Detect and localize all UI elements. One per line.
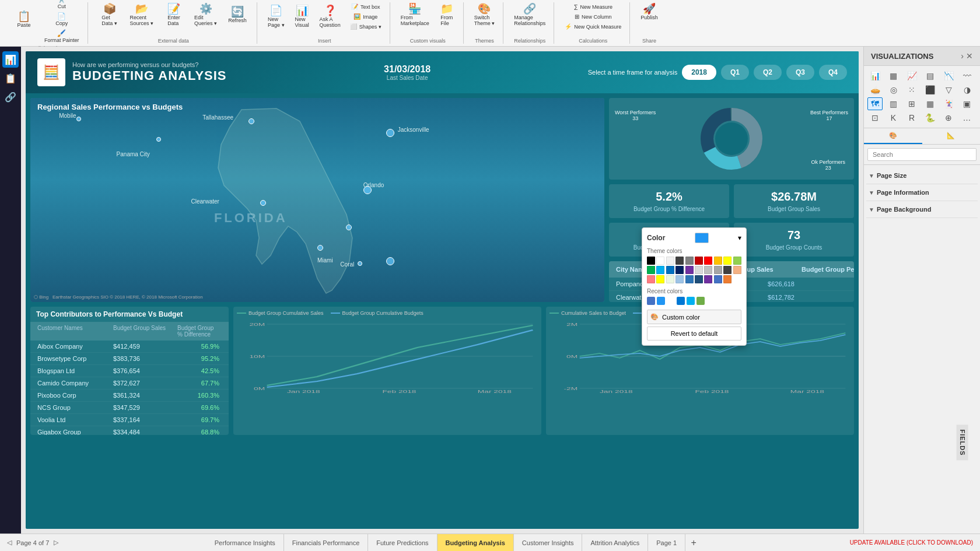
paste-button[interactable]: 📋 Paste — [9, 0, 38, 44]
year-filter[interactable]: 2018 — [682, 65, 716, 80]
recent-color-cell[interactable] — [667, 297, 675, 305]
recent-color-cell[interactable] — [687, 297, 695, 305]
color-cell[interactable] — [676, 266, 684, 274]
new-page-button[interactable]: 📄 NewPage ▾ — [264, 2, 288, 31]
page-tab-page-1[interactable]: Page 1 — [648, 534, 685, 551]
text-box-button[interactable]: 📝 Text box — [346, 2, 385, 11]
nav-next[interactable]: ▷ — [54, 539, 58, 546]
viz-panel-expand[interactable]: › — [961, 51, 964, 61]
viz-tab-format[interactable]: 🎨 — [864, 128, 922, 144]
format-painter-button[interactable]: 🖌️ Format Painter — [41, 29, 83, 44]
q4-filter[interactable]: Q4 — [819, 65, 847, 80]
edit-queries-button[interactable]: ⚙️ EditQueries ▾ — [191, 2, 220, 27]
color-cell[interactable] — [723, 275, 732, 283]
color-cell[interactable] — [647, 257, 655, 265]
new-quick-measure-button[interactable]: ⚡ New Quick Measure — [561, 22, 625, 31]
add-page-button[interactable]: + — [685, 534, 702, 551]
q2-filter[interactable]: Q2 — [754, 65, 782, 80]
viz-scatter[interactable]: ⁙ — [904, 83, 919, 96]
color-cell[interactable] — [704, 257, 712, 265]
q1-filter[interactable]: Q1 — [721, 65, 749, 80]
new-visual-button[interactable]: 📊 NewVisual — [290, 2, 314, 31]
viz-funnel[interactable]: ▽ — [941, 83, 956, 96]
color-cell[interactable] — [704, 275, 712, 283]
refresh-button[interactable]: 🔄 Refresh — [223, 2, 252, 27]
sidebar-data-icon[interactable]: 📋 — [2, 70, 19, 86]
cut-button[interactable]: ✂️ Cut — [41, 0, 83, 10]
color-cell[interactable] — [695, 257, 703, 265]
new-measure-button[interactable]: ∑ New Measure — [561, 2, 625, 11]
viz-custom[interactable]: ⊕ — [941, 111, 956, 124]
page-tab-performance-insights[interactable]: Performance Insights — [206, 534, 284, 551]
recent-color-cell[interactable] — [696, 297, 705, 305]
color-cell[interactable] — [685, 257, 694, 265]
viz-stacked-col[interactable]: ▤ — [923, 69, 938, 82]
color-cell[interactable] — [666, 257, 674, 265]
color-cell[interactable] — [685, 275, 694, 283]
viz-kpi[interactable]: K — [886, 111, 901, 124]
color-cell[interactable] — [676, 257, 684, 265]
shapes-button[interactable]: ⬜ Shapes ▾ — [346, 22, 385, 31]
color-cell[interactable] — [666, 266, 674, 274]
color-cell[interactable] — [656, 266, 664, 274]
new-column-button[interactable]: ⊞ New Column — [561, 12, 625, 21]
fields-panel-label[interactable]: FIELDS — [956, 424, 968, 460]
viz-multirow-card[interactable]: ▣ — [960, 97, 975, 110]
sidebar-model-icon[interactable]: 🔗 — [2, 89, 19, 105]
get-data-button[interactable]: 📦 GetData ▾ — [95, 2, 124, 27]
color-cell[interactable] — [656, 275, 664, 283]
from-marketplace-button[interactable]: 🏪 FromMarketplace — [397, 2, 433, 27]
viz-panel-collapse[interactable]: ✕ — [966, 51, 973, 61]
viz-table[interactable]: ▦ — [923, 97, 938, 110]
viz-more[interactable]: … — [960, 111, 975, 124]
color-cell[interactable] — [733, 266, 741, 274]
map-container[interactable]: Jacksonville Tallahassee Panama City Mob… — [30, 98, 604, 302]
color-cell[interactable] — [714, 257, 722, 265]
recent-color-cell[interactable] — [677, 297, 685, 305]
color-cell[interactable] — [666, 275, 674, 283]
viz-card[interactable]: 🃏 — [941, 97, 956, 110]
recent-color-cell[interactable] — [657, 297, 665, 305]
color-cell[interactable] — [733, 257, 741, 265]
nav-prev[interactable]: ◁ — [7, 539, 12, 546]
viz-pie-chart[interactable]: 🥧 — [867, 83, 883, 96]
switch-theme-button[interactable]: 🎨 SwitchTheme ▾ — [471, 2, 499, 27]
viz-r-script[interactable]: R — [904, 111, 919, 124]
color-cell[interactable] — [695, 266, 703, 274]
color-picker-expand[interactable]: ▾ — [738, 234, 741, 242]
viz-column-chart[interactable]: 📈 — [904, 69, 919, 82]
viz-treemap[interactable]: ▥ — [886, 97, 901, 110]
color-cell[interactable] — [723, 257, 732, 265]
viz-matrix[interactable]: ⊞ — [904, 97, 919, 110]
copy-button[interactable]: 📄 Copy — [41, 12, 83, 27]
q3-filter[interactable]: Q3 — [786, 65, 814, 80]
color-cell[interactable] — [656, 257, 664, 265]
publish-button[interactable]: 🚀 Publish — [637, 2, 662, 22]
color-cell[interactable] — [695, 275, 703, 283]
color-cell[interactable] — [723, 266, 732, 274]
viz-slicer[interactable]: ⊡ — [867, 111, 883, 124]
from-file-button[interactable]: 📁 FromFile — [435, 2, 459, 27]
color-cell[interactable] — [714, 266, 722, 274]
page-tab-future-predictions[interactable]: Future Predictions — [368, 534, 437, 551]
viz-area-chart[interactable]: 〰 — [960, 69, 975, 82]
color-cell[interactable] — [704, 266, 712, 274]
viz-waterfall[interactable]: ⬛ — [923, 83, 938, 96]
recent-color-cell[interactable] — [647, 297, 655, 305]
recent-sources-button[interactable]: 📂 RecentSources ▾ — [127, 2, 158, 27]
page-tab-customer-insights[interactable]: Customer Insights — [514, 534, 583, 551]
ask-question-button[interactable]: ❓ Ask AQuestion — [316, 2, 344, 31]
page-tab-financials-performance[interactable]: Financials Performance — [284, 534, 369, 551]
color-cell[interactable] — [647, 266, 655, 274]
viz-line-chart[interactable]: 📉 — [941, 69, 956, 82]
color-swatch[interactable] — [695, 233, 709, 243]
page-tab-budgeting-analysis[interactable]: Budgeting Analysis — [438, 534, 514, 551]
color-cell[interactable] — [676, 275, 684, 283]
image-button[interactable]: 🖼️ Image — [346, 12, 385, 21]
custom-color-button[interactable]: 🎨 Custom color — [647, 310, 741, 324]
viz-bar-chart[interactable]: 📊 — [867, 69, 883, 82]
revert-to-default-button[interactable]: Revert to default — [647, 327, 741, 341]
viz-tab-analytics[interactable]: 📐 — [922, 128, 981, 144]
viz-py-script[interactable]: 🐍 — [923, 111, 938, 124]
viz-donut-chart[interactable]: ◎ — [886, 83, 901, 96]
